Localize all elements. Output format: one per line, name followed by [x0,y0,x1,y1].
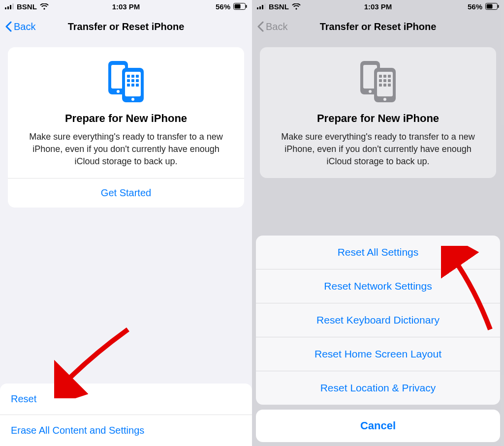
svg-rect-2 [246,5,247,8]
page-title: Transfer or Reset iPhone [320,21,437,32]
reset-location-privacy-option[interactable]: Reset Location & Privacy [256,371,500,405]
screenshot-right: BSNL 1:03 PM 56% Back Transfer or Reset … [252,0,504,446]
reset-home-screen-layout-option[interactable]: Reset Home Screen Layout [256,337,500,371]
svg-rect-35 [388,84,391,87]
svg-rect-14 [136,79,139,82]
signal-bars-icon [257,3,266,9]
svg-rect-12 [127,79,130,82]
nav-bar: Back Transfer or Reset iPhone [0,13,252,40]
reset-list: Reset Erase All Content and Settings [0,384,252,446]
nav-bar: Back Transfer or Reset iPhone [252,13,504,40]
erase-row[interactable]: Erase All Content and Settings [0,415,252,446]
svg-rect-30 [379,79,382,82]
reset-keyboard-dictionary-option[interactable]: Reset Keyboard Dictionary [256,303,500,337]
svg-rect-20 [498,5,499,8]
reset-all-settings-option[interactable]: Reset All Settings [256,236,500,269]
back-label: Back [266,21,287,32]
action-sheet: Reset All Settings Reset Network Setting… [256,236,500,442]
signal-bars-icon [5,3,14,9]
status-bar: BSNL 1:03 PM 56% [252,0,504,13]
status-bar: BSNL 1:03 PM 56% [0,0,252,13]
devices-icon [270,59,486,103]
get-started-button[interactable]: Get Started [18,178,234,208]
svg-rect-27 [379,75,382,78]
card-body: Make sure everything's ready to transfer… [18,131,234,178]
back-button[interactable]: Back [257,21,287,32]
svg-rect-11 [136,75,139,78]
svg-rect-28 [383,75,386,78]
card-title: Prepare for New iPhone [18,112,234,125]
svg-rect-17 [136,84,139,87]
chevron-left-icon [257,21,264,32]
reset-network-settings-option[interactable]: Reset Network Settings [256,269,500,303]
svg-rect-19 [487,4,493,9]
status-time: 1:03 PM [364,2,392,11]
svg-rect-15 [127,84,130,87]
prepare-card: Prepare for New iPhone Make sure everyth… [8,47,244,208]
battery-icon [233,3,247,10]
svg-rect-33 [379,84,382,87]
back-button[interactable]: Back [5,21,35,32]
svg-rect-32 [388,79,391,82]
prepare-card: Prepare for New iPhone Make sure everyth… [260,47,496,178]
svg-point-23 [369,90,372,93]
battery-percent: 56% [216,2,230,11]
svg-rect-16 [131,84,134,87]
svg-rect-29 [388,75,391,78]
svg-point-5 [117,90,120,93]
wifi-icon [292,3,301,10]
page-title: Transfer or Reset iPhone [68,21,185,32]
card-body: Make sure everything's ready to transfer… [270,131,486,178]
svg-rect-10 [131,75,134,78]
chevron-left-icon [5,21,12,32]
battery-icon [485,3,499,10]
svg-rect-31 [383,79,386,82]
reset-row[interactable]: Reset [0,384,252,415]
cancel-button[interactable]: Cancel [256,410,500,442]
svg-rect-13 [131,79,134,82]
status-time: 1:03 PM [112,2,140,11]
wifi-icon [40,3,49,10]
svg-rect-34 [383,84,386,87]
svg-rect-1 [235,4,241,9]
svg-point-8 [131,98,134,101]
battery-percent: 56% [468,2,482,11]
svg-rect-9 [127,75,130,78]
card-title: Prepare for New iPhone [270,112,486,125]
devices-icon [18,59,234,103]
carrier-label: BSNL [269,2,289,11]
screenshot-left: BSNL 1:03 PM 56% Back Transfer or Reset … [0,0,252,446]
svg-point-26 [383,98,386,101]
back-label: Back [14,21,35,32]
carrier-label: BSNL [17,2,37,11]
